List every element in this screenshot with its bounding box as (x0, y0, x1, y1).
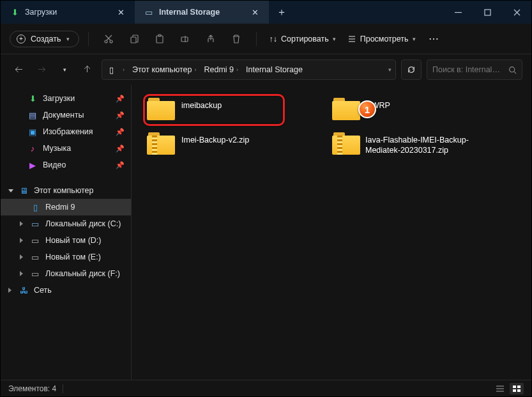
sidebar-item-downloads[interactable]: ⬇ Загрузки 📌 (1, 90, 131, 107)
svg-point-7 (510, 66, 515, 72)
doc-icon: ▤ (27, 110, 38, 120)
phone-icon: ▯ (30, 202, 40, 212)
status-bar: Элементов: 4 (1, 380, 531, 396)
copy-button[interactable] (123, 29, 145, 49)
svg-rect-3 (131, 37, 136, 43)
minimize-button[interactable] (443, 1, 473, 24)
paste-button[interactable] (149, 29, 171, 49)
drive-icon: ▭ (30, 269, 40, 279)
sidebar-item-drive-f[interactable]: ▭ Локальный диск (F:) (1, 265, 131, 282)
sort-label: Сортировать (281, 35, 329, 43)
breadcrumb-item[interactable]: Этот компьютер› (130, 65, 199, 74)
chevron-down-icon: ▾ (413, 36, 416, 42)
drive-icon: ▭ (30, 219, 40, 229)
pc-icon: 🖥 (19, 185, 29, 196)
chevron-down-icon: ▾ (66, 36, 70, 42)
breadcrumb-expand[interactable]: ▾ (388, 66, 391, 73)
network-icon: 🖧 (19, 285, 29, 295)
sidebar-item-label: Изображения (43, 127, 93, 136)
explorer-window: ⬇ Загрузки ✕ ▭ Internal Storage ✕ ＋ + Со… (0, 0, 532, 397)
refresh-button[interactable] (401, 59, 422, 80)
svg-rect-11 (517, 389, 521, 392)
sidebar-item-pictures[interactable]: ▣ Изображения 📌 (1, 123, 131, 140)
cut-button[interactable] (98, 29, 119, 49)
tab-downloads[interactable]: ⬇ Загрузки ✕ (1, 1, 135, 24)
sidebar-item-drive-d[interactable]: ▭ Новый том (D:) (1, 232, 131, 249)
download-icon: ⬇ (27, 93, 38, 104)
drive-icon: ▭ (30, 235, 40, 245)
tab-bar: ⬇ Загрузки ✕ ▭ Internal Storage ✕ ＋ (1, 1, 531, 24)
close-button[interactable] (502, 1, 531, 24)
search-placeholder: Поиск в: Internal… (432, 65, 505, 74)
up-button[interactable]: 🡡 (79, 61, 96, 79)
pin-icon: 📌 (116, 111, 125, 120)
address-bar: 🡠 🡢 ▾ 🡡 ▯ › Этот компьютер› Redmi 9› Int… (1, 54, 531, 85)
plus-icon: + (17, 35, 26, 43)
item-label: Iava-Flashable-IMEI-Backup-Mediatek-2023… (365, 132, 499, 156)
sidebar-item-label: Локальный диск (C:) (45, 219, 121, 228)
view-icon (347, 35, 356, 43)
tab-close[interactable]: ✕ (113, 4, 128, 20)
forward-button[interactable]: 🡢 (33, 61, 50, 79)
pin-icon: 📌 (116, 161, 125, 169)
sidebar-item-network[interactable]: 🖧 Сеть (1, 282, 131, 299)
picture-icon: ▣ (27, 127, 38, 137)
sidebar-item-label: Новый том (D:) (45, 236, 102, 245)
share-button[interactable] (200, 29, 222, 49)
sort-button[interactable]: ↑↓ Сортировать ▾ (266, 29, 340, 49)
breadcrumb-item[interactable]: Redmi 9› (201, 65, 241, 74)
more-button[interactable]: ⋯ (423, 29, 445, 49)
view-label: Просмотреть (360, 35, 409, 43)
item-label: Imei-Backup-v2.zip (181, 132, 249, 145)
new-label: Создать (31, 35, 61, 43)
sidebar-item-drive-c[interactable]: ▭ Локальный диск (C:) (1, 215, 131, 232)
breadcrumb[interactable]: ▯ › Этот компьютер› Redmi 9› Internal St… (102, 59, 396, 80)
sidebar-item-label: Документы (43, 111, 84, 120)
sidebar-item-drive-e[interactable]: ▭ Новый том (E:) (1, 249, 131, 265)
sidebar-item-music[interactable]: ♪ Музыка 📌 (1, 140, 131, 157)
sidebar: ⬇ Загрузки 📌 ▤ Документы 📌 ▣ Изображения… (1, 85, 132, 380)
file-item-imei-backup-zip[interactable]: Imei-Backup-v2.zip (144, 130, 317, 159)
tab-label: Internal Storage (159, 8, 242, 17)
sidebar-item-videos[interactable]: ▶ Видео 📌 (1, 157, 131, 173)
drive-icon: ▭ (30, 252, 40, 262)
rename-button[interactable] (174, 29, 196, 49)
chevron-down-icon[interactable]: ▾ (56, 61, 73, 79)
file-item-flashable-zip[interactable]: Iava-Flashable-IMEI-Backup-Mediatek-2023… (330, 130, 502, 159)
annotation-highlight (143, 94, 285, 126)
search-icon (508, 66, 517, 74)
separator (256, 32, 257, 46)
tab-close[interactable]: ✕ (247, 4, 262, 20)
new-tab-button[interactable]: ＋ (269, 1, 294, 24)
drive-icon: ▭ (144, 7, 154, 17)
tab-internal-storage[interactable]: ▭ Internal Storage ✕ (135, 1, 269, 24)
new-button[interactable]: + Создать ▾ (10, 31, 79, 47)
separator (88, 32, 89, 46)
item-count: Элементов: 4 (8, 384, 56, 393)
view-mode-details[interactable] (493, 383, 507, 394)
sidebar-item-label: Загрузки (43, 94, 75, 103)
svg-rect-10 (513, 389, 516, 392)
breadcrumb-item[interactable]: Internal Storage (243, 65, 305, 74)
svg-point-1 (105, 40, 107, 43)
main-body: ⬇ Загрузки 📌 ▤ Документы 📌 ▣ Изображения… (1, 85, 531, 380)
svg-point-2 (110, 40, 112, 43)
view-mode-icons[interactable] (510, 383, 524, 394)
back-button[interactable]: 🡠 (10, 61, 27, 79)
svg-rect-8 (513, 385, 516, 388)
content-pane[interactable]: imeibackup TWRP Imei-Backup-v2.zip Iava-… (132, 85, 531, 380)
folder-icon (332, 98, 360, 121)
chevron-down-icon: ▾ (333, 36, 336, 42)
sidebar-item-documents[interactable]: ▤ Документы 📌 (1, 107, 131, 123)
search-input[interactable]: Поиск в: Internal… (427, 59, 522, 80)
sidebar-item-label: Этот компьютер (34, 186, 93, 195)
sidebar-item-label: Музыка (43, 144, 71, 153)
maximize-button[interactable] (473, 1, 502, 24)
delete-button[interactable] (225, 29, 247, 49)
sidebar-item-this-pc[interactable]: 🖥 Этот компьютер (1, 182, 131, 199)
folder-item-twrp[interactable]: TWRP (330, 95, 502, 123)
view-button[interactable]: Просмотреть ▾ (344, 29, 420, 49)
window-controls (443, 1, 531, 24)
sidebar-item-redmi9[interactable]: ▯ Redmi 9 (1, 199, 131, 215)
breadcrumb-sep: › (119, 66, 127, 73)
